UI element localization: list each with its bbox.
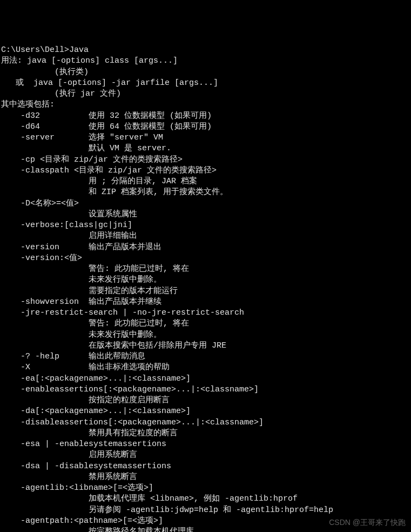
terminal-line: -d32 使用 32 位数据模型 (如果可用)	[1, 111, 411, 122]
terminal-output: C:\Users\Dell>Java用法: java [-options] cl…	[0, 44, 411, 532]
terminal-line: -version:<值>	[1, 253, 411, 264]
terminal-line: -? -help 输出此帮助消息	[1, 351, 411, 362]
terminal-line: -server 选择 "server" VM	[1, 132, 411, 143]
terminal-line: -ea[:<packagename>...|:<classname>]	[1, 374, 411, 384]
terminal-line: 启用详细输出	[1, 231, 411, 242]
terminal-line: 禁用具有指定粒度的断言	[1, 428, 411, 439]
terminal-line: -X 输出非标准选项的帮助	[1, 362, 411, 373]
terminal-line: 未来发行版中删除。	[1, 330, 411, 341]
terminal-line: 按指定的粒度启用断言	[1, 395, 411, 406]
terminal-line: 禁用系统断言	[1, 472, 411, 483]
terminal-line: C:\Users\Dell>Java	[1, 45, 411, 56]
watermark-text: CSDN @王哥来了快跑	[329, 517, 406, 528]
terminal-line: 其中选项包括:	[1, 99, 411, 110]
terminal-line: -classpath <目录和 zip/jar 文件的类搜索路径>	[1, 165, 411, 176]
terminal-line: 警告: 此功能已过时, 将在	[1, 264, 411, 275]
terminal-line: -jre-restrict-search | -no-jre-restrict-…	[1, 308, 411, 318]
terminal-line: 用 ; 分隔的目录, JAR 档案	[1, 176, 411, 187]
terminal-line: 和 ZIP 档案列表, 用于搜索类文件。	[1, 187, 411, 198]
terminal-line: -showversion 输出产品版本并继续	[1, 297, 411, 308]
terminal-line: -da[:<packagename>...|:<classname>]	[1, 406, 411, 417]
terminal-line: (执行 jar 文件)	[1, 89, 411, 99]
terminal-line: -esa | -enablesystemassertions	[1, 439, 411, 450]
terminal-line: -agentlib:<libname>[=<选项>]	[1, 483, 411, 494]
terminal-line: -dsa | -disablesystemassertions	[1, 461, 411, 472]
terminal-line: (执行类)	[1, 67, 411, 78]
terminal-line: 启用系统断言	[1, 450, 411, 461]
terminal-line: 需要指定的版本才能运行	[1, 286, 411, 297]
terminal-line: 另请参阅 -agentlib:jdwp=help 和 -agentlib:hpr…	[1, 505, 411, 516]
terminal-line: 在版本搜索中包括/排除用户专用 JRE	[1, 341, 411, 351]
terminal-line: 加载本机代理库 <libname>, 例如 -agentlib:hprof	[1, 494, 411, 504]
terminal-line: 默认 VM 是 server.	[1, 143, 411, 154]
terminal-line: -d64 使用 64 位数据模型 (如果可用)	[1, 122, 411, 132]
terminal-line: -version 输出产品版本并退出	[1, 242, 411, 253]
terminal-line: 未来发行版中删除。	[1, 275, 411, 285]
terminal-line: 设置系统属性	[1, 209, 411, 220]
terminal-line: 用法: java [-options] class [args...]	[1, 56, 411, 66]
terminal-line: 或 java [-options] -jar jarfile [args...]	[1, 78, 411, 89]
terminal-line: 警告: 此功能已过时, 将在	[1, 318, 411, 329]
terminal-line: -verbose:[class|gc|jni]	[1, 220, 411, 231]
terminal-line: -cp <目录和 zip/jar 文件的类搜索路径>	[1, 155, 411, 165]
terminal-line: -disableassertions[:<packagename>...|:<c…	[1, 417, 411, 428]
terminal-line: -enableassertions[:<packagename>...|:<cl…	[1, 384, 411, 395]
terminal-line: -D<名称>=<值>	[1, 198, 411, 209]
